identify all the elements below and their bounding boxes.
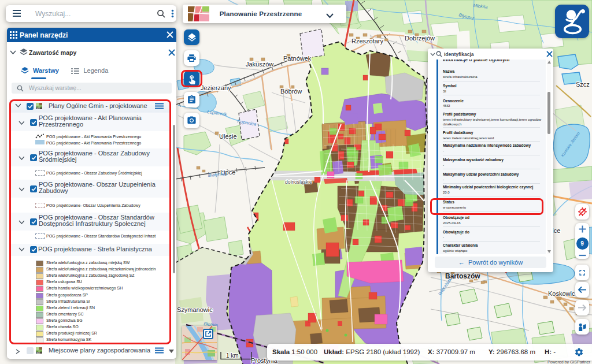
svg-text:1 km: 1 km bbox=[226, 352, 239, 359]
svg-text:dolnośląskie: dolnośląskie bbox=[285, 179, 312, 185]
svg-text:Szymanowic: Szymanowic bbox=[177, 306, 213, 313]
svg-text:Jakuszów: Jakuszów bbox=[246, 61, 273, 68]
svg-text:Patnówek: Patnówek bbox=[283, 55, 312, 62]
svg-text:Koskowic: Koskowic bbox=[548, 290, 575, 297]
svg-text:Szcz: Szcz bbox=[576, 81, 590, 88]
svg-text:M18: M18 bbox=[36, 352, 40, 354]
svg-text:Ulesie: Ulesie bbox=[219, 133, 237, 140]
svg-text:Bobrów: Bobrów bbox=[280, 88, 302, 95]
svg-text:Rzeszotary: Rzeszotary bbox=[352, 38, 384, 44]
svg-text:Dobrzejów: Dobrzejów bbox=[405, 35, 435, 42]
svg-text:Jezierzany: Jezierzany bbox=[201, 84, 231, 91]
